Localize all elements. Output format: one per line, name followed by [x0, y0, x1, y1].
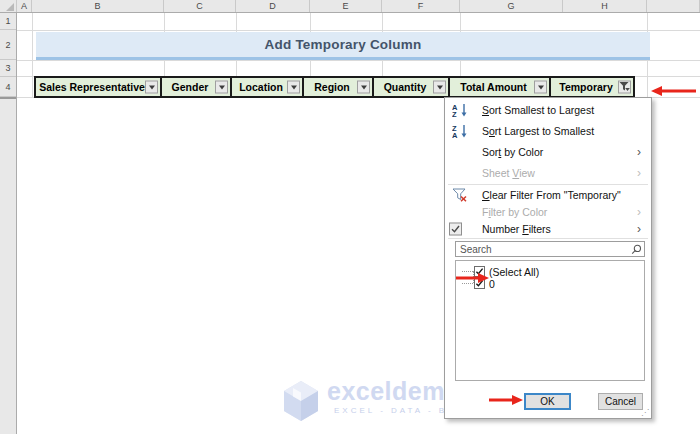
svg-text:Z: Z	[452, 110, 457, 118]
watermark-tagline: EXCEL - DATA - BI	[327, 406, 459, 415]
row-header-1[interactable]: 1	[0, 13, 16, 30]
checkmark-icon	[449, 222, 462, 235]
submenu-arrow-icon: ›	[637, 204, 641, 218]
header-cell-gender[interactable]: Gender	[162, 78, 232, 96]
header-cell-region[interactable]: Region	[304, 78, 374, 96]
exceldemy-logo-icon	[281, 379, 321, 423]
submenu-arrow-icon: ›	[637, 165, 641, 179]
select-all-corner[interactable]	[0, 0, 17, 12]
autofilter-menu: A Z Sort Smallest to Largest Z A Sort La…	[444, 97, 652, 419]
list-item-label: (Select All)	[489, 266, 539, 278]
row-header-strip: 1 2 3 4	[0, 13, 17, 434]
filter-dropdown-button[interactable]	[287, 81, 300, 94]
chevron-down-icon	[361, 85, 367, 89]
chevron-down-icon	[219, 85, 225, 89]
menu-item-clear-filter[interactable]: Clear Filter From "Temporary"	[446, 186, 650, 203]
header-cell-quantity[interactable]: Quantity	[374, 78, 450, 96]
watermark-brand: exceldemy	[327, 379, 459, 404]
search-box	[455, 241, 645, 257]
header-label: Location	[232, 81, 290, 93]
tree-connector	[462, 265, 473, 272]
row-header-2[interactable]: 2	[0, 30, 16, 60]
row-header-4[interactable]: 4	[0, 77, 16, 97]
chevron-down-icon	[291, 85, 297, 89]
column-header-g[interactable]: G	[460, 0, 563, 12]
filter-dropdown-button[interactable]	[534, 81, 547, 94]
chevron-down-icon	[538, 85, 544, 89]
sort-descending-icon: Z A	[452, 123, 468, 138]
header-label: Region	[304, 81, 360, 93]
menu-item-sort-by-color[interactable]: Sort by Color ›	[446, 141, 650, 162]
menu-separator	[448, 184, 648, 185]
column-header-c[interactable]: C	[164, 0, 236, 12]
menu-item-filter-by-color: Filter by Color ›	[446, 203, 650, 220]
menu-item-sheet-view: Sheet View ›	[446, 162, 650, 183]
search-icon	[631, 244, 642, 255]
header-cell-total-amount[interactable]: Total Amount	[450, 78, 551, 96]
menu-separator	[448, 238, 648, 239]
table-header-row: Sales Representative Gender Location Reg…	[34, 76, 635, 98]
page-title: Add Temporary Column	[265, 37, 422, 52]
header-label: Temporary	[551, 81, 621, 93]
filter-active-button[interactable]	[618, 81, 631, 94]
column-header-strip: A B C D E F G H	[0, 0, 700, 13]
filter-dropdown-button[interactable]	[433, 81, 446, 94]
column-header-a[interactable]: A	[17, 0, 32, 12]
title-banner-cell: Add Temporary Column	[36, 32, 650, 60]
column-header-d[interactable]: D	[236, 0, 310, 12]
row-header-3[interactable]: 3	[0, 60, 16, 77]
menu-item-number-filters[interactable]: Number Filters ›	[446, 220, 650, 237]
menu-item-sort-smallest-to-largest[interactable]: A Z Sort Smallest to Largest	[446, 99, 650, 120]
column-header-e[interactable]: E	[310, 0, 382, 12]
filter-dropdown-button[interactable]	[357, 81, 370, 94]
ok-button[interactable]: OK	[524, 393, 571, 410]
column-header-b[interactable]: B	[32, 0, 164, 12]
arrow-to-ok-button	[487, 394, 524, 406]
header-cell-location[interactable]: Location	[232, 78, 304, 96]
resize-grip[interactable]: ⋰	[641, 409, 649, 417]
submenu-arrow-icon: ›	[637, 221, 641, 235]
submenu-arrow-icon: ›	[637, 144, 641, 158]
arrow-to-zero-checkbox	[454, 272, 490, 284]
corner-triangle-icon	[6, 3, 14, 11]
column-header-filler	[647, 0, 700, 12]
chevron-down-icon	[149, 85, 155, 89]
chevron-down-icon	[437, 85, 443, 89]
header-cell-temporary[interactable]: Temporary	[551, 78, 633, 96]
excel-worksheet: A B C D E F G H 1 2 3 4 Add Temporary Co…	[0, 0, 700, 434]
clear-filter-icon	[452, 188, 467, 202]
watermark: exceldemy EXCEL - DATA - BI	[281, 379, 459, 423]
filter-dropdown-button[interactable]	[145, 81, 158, 94]
header-cell-sales-representative[interactable]: Sales Representative	[36, 78, 162, 96]
sort-ascending-icon: A Z	[452, 102, 468, 117]
header-label: Sales Representative	[36, 81, 148, 93]
arrow-to-temporary-filter	[650, 85, 698, 97]
filter-funnel-icon	[619, 82, 630, 93]
hidden-rows-indicator	[0, 97, 16, 100]
cancel-button[interactable]: Cancel	[598, 393, 643, 410]
svg-text:A: A	[452, 131, 458, 139]
search-input[interactable]	[455, 241, 645, 257]
column-header-f[interactable]: F	[382, 0, 460, 12]
header-label: Gender	[162, 81, 218, 93]
column-header-h[interactable]: H	[563, 0, 647, 12]
filter-dropdown-button[interactable]	[215, 81, 228, 94]
header-label: Total Amount	[450, 81, 537, 93]
header-label: Quantity	[374, 81, 436, 93]
menu-item-sort-largest-to-smallest[interactable]: Z A Sort Largest to Smallest	[446, 120, 650, 141]
